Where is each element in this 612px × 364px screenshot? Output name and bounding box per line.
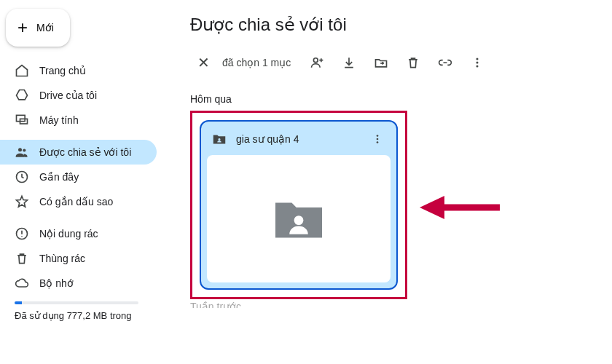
action-bar: ✕ đã chọn 1 mục	[190, 48, 595, 77]
sidebar-item-label: Trang chủ	[39, 65, 86, 76]
folder-preview	[207, 155, 391, 282]
nav-list: Trang chủ Drive của tôi Máy tính Được ch…	[0, 58, 164, 296]
sidebar-item-home[interactable]: Trang chủ	[0, 58, 157, 83]
more-vert-icon	[371, 132, 384, 146]
svg-point-13	[377, 141, 379, 143]
section-lastweek: Tuần trước	[190, 301, 595, 308]
cloud-icon	[15, 276, 29, 290]
sidebar-item-label: Nội dung rác	[39, 228, 98, 240]
sidebar-item-computers[interactable]: Máy tính	[0, 108, 157, 132]
storage-info	[0, 296, 164, 307]
section-yesterday: Hôm qua	[190, 93, 595, 105]
selection-count: đã chọn 1 mục	[222, 57, 291, 68]
sidebar-item-label: Thùng rác	[39, 253, 85, 264]
page-title: Được chia sẻ với tôi	[190, 15, 595, 35]
plus-icon: +	[17, 19, 28, 36]
svg-point-11	[377, 135, 379, 137]
sidebar-item-starred[interactable]: Có gắn dấu sao	[0, 189, 157, 214]
sidebar-item-mydrive[interactable]: Drive của tôi	[0, 83, 157, 108]
storage-text: Đã sử dụng 777,2 MB trong	[0, 307, 164, 324]
folder-card[interactable]: gia sư quận 4	[200, 120, 398, 290]
trash-icon	[406, 55, 420, 70]
trash-icon	[15, 251, 29, 266]
main-content: Được chia sẻ với tôi ✕ đã chọn 1 mục	[164, 0, 612, 364]
sidebar: + Mới Trang chủ Drive của tôi Máy tính Đ…	[0, 0, 164, 364]
svg-point-3	[23, 149, 26, 151]
sidebar-item-storage[interactable]: Bộ nhớ	[0, 271, 157, 296]
star-icon	[15, 194, 29, 209]
sidebar-item-trash[interactable]: Thùng rác	[0, 246, 157, 271]
people-icon	[15, 145, 29, 159]
move-button[interactable]	[366, 48, 396, 77]
clear-selection-button[interactable]: ✕	[190, 50, 216, 76]
shared-folder-icon	[211, 131, 227, 147]
sidebar-item-label: Gần đây	[39, 171, 79, 183]
svg-point-10	[219, 138, 221, 141]
folder-title: gia sư quận 4	[236, 133, 299, 145]
svg-point-2	[18, 148, 22, 151]
folder-large-icon	[270, 196, 328, 242]
new-button-label: Mới	[36, 22, 54, 33]
svg-marker-16	[420, 196, 444, 219]
svg-point-14	[294, 215, 304, 225]
folder-header: gia sư quận 4	[201, 122, 396, 155]
drive-icon	[15, 88, 29, 103]
sidebar-item-label: Bộ nhớ	[39, 277, 74, 289]
download-icon	[342, 55, 356, 70]
sidebar-item-label: Được chia sẻ với tôi	[39, 146, 131, 158]
svg-point-9	[476, 66, 479, 68]
person-add-icon	[310, 55, 324, 70]
more-vert-icon	[470, 55, 484, 70]
sidebar-item-label: Drive của tôi	[39, 90, 97, 101]
svg-point-12	[377, 138, 379, 141]
sidebar-item-recent[interactable]: Gần đây	[0, 165, 157, 189]
home-icon	[15, 63, 29, 78]
more-actions-button[interactable]	[463, 48, 492, 77]
svg-point-8	[476, 62, 479, 64]
link-icon	[438, 55, 452, 70]
spam-icon	[15, 226, 29, 241]
new-button[interactable]: + Mới	[6, 9, 70, 47]
link-button[interactable]	[431, 48, 460, 77]
share-button[interactable]	[302, 48, 332, 77]
clock-icon	[15, 170, 29, 184]
sidebar-item-shared[interactable]: Được chia sẻ với tôi	[0, 140, 157, 165]
computer-icon	[15, 113, 29, 127]
storage-bar	[15, 301, 138, 304]
sidebar-item-label: Có gắn dấu sao	[39, 196, 113, 207]
annotation-highlight: gia sư quận 4	[190, 111, 407, 299]
download-button[interactable]	[334, 48, 364, 77]
delete-button[interactable]	[399, 48, 428, 77]
sidebar-item-spam[interactable]: Nội dung rác	[0, 221, 157, 246]
folder-move-icon	[374, 55, 388, 70]
sidebar-item-label: Máy tính	[39, 114, 79, 126]
svg-point-7	[476, 58, 479, 60]
annotation-arrow	[420, 193, 500, 225]
svg-point-6	[314, 58, 318, 63]
close-icon: ✕	[197, 54, 210, 71]
folder-more-button[interactable]	[367, 129, 388, 149]
